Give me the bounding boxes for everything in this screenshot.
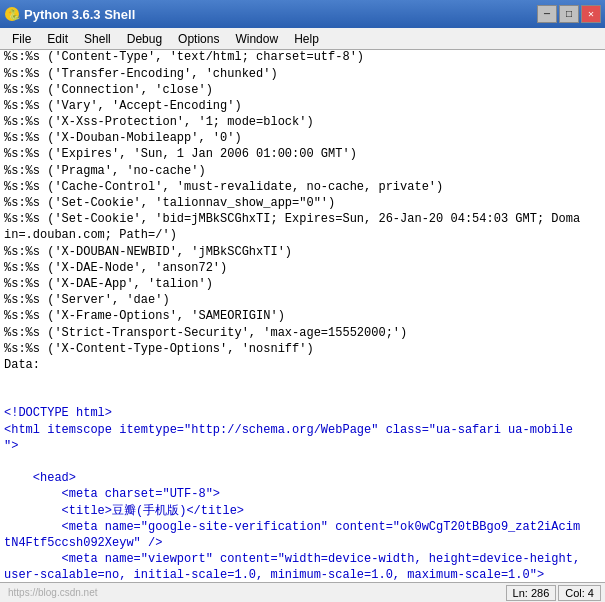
shell-line: ">: [4, 439, 18, 453]
shell-line: %s:%s ('Set-Cookie', 'talionnav_show_app…: [4, 196, 335, 210]
line-number: Ln: 286: [506, 585, 557, 601]
menu-item-help[interactable]: Help: [286, 28, 327, 49]
status-bar: https://blog.csdn.net Ln: 286 Col: 4: [0, 582, 605, 602]
close-button[interactable]: ✕: [581, 5, 601, 23]
title-bar: 🐍 Python 3.6.3 Shell ─ □ ✕: [0, 0, 605, 28]
menu-item-window[interactable]: Window: [227, 28, 286, 49]
content-area: Python 3.6.3 |Anaconda, Inc.| (default, …: [0, 50, 605, 582]
menu-item-debug[interactable]: Debug: [119, 28, 170, 49]
svg-text:🐍: 🐍: [8, 8, 20, 21]
shell-line: Data:: [4, 358, 40, 372]
shell-line: %s:%s ('Transfer-Encoding', 'chunked'): [4, 67, 278, 81]
shell-line: %s:%s ('Expires', 'Sun, 1 Jan 2006 01:00…: [4, 147, 357, 161]
shell-line: <meta name="google-site-verification" co…: [4, 520, 580, 534]
maximize-button[interactable]: □: [559, 5, 579, 23]
app-icon: 🐍: [4, 6, 20, 22]
shell-line: <html itemscope itemtype="http://schema.…: [4, 423, 573, 437]
shell-line: <head>: [4, 471, 76, 485]
window-title: Python 3.6.3 Shell: [24, 7, 535, 22]
shell-line: %s:%s ('Cache-Control', 'must-revalidate…: [4, 180, 443, 194]
shell-line: %s:%s ('Set-Cookie', 'bid=jMBkSCGhxTI; E…: [4, 212, 580, 226]
menu-item-shell[interactable]: Shell: [76, 28, 119, 49]
shell-line: user-scalable=no, initial-scale=1.0, min…: [4, 568, 544, 582]
shell-line: %s:%s ('X-DAE-Node', 'anson72'): [4, 261, 227, 275]
shell-line: %s:%s ('X-DOUBAN-NEWBID', 'jMBkSCGhxTI'): [4, 245, 292, 259]
menu-item-options[interactable]: Options: [170, 28, 227, 49]
shell-line: %s:%s ('X-Douban-Mobileapp', '0'): [4, 131, 242, 145]
shell-line: <meta charset="UTF-8">: [4, 487, 220, 501]
menu-item-file[interactable]: File: [4, 28, 39, 49]
shell-output[interactable]: Python 3.6.3 |Anaconda, Inc.| (default, …: [0, 50, 605, 582]
shell-line: %s:%s ('Content-Type', 'text/html; chars…: [4, 50, 364, 64]
menu-item-edit[interactable]: Edit: [39, 28, 76, 49]
shell-line: %s:%s ('Strict-Transport-Security', 'max…: [4, 326, 407, 340]
shell-line: <title>豆瓣(手机版)</title>: [4, 504, 244, 518]
shell-line: %s:%s ('X-Content-Type-Options', 'nosnif…: [4, 342, 314, 356]
shell-line: <meta name="viewport" content="width=dev…: [4, 552, 580, 566]
shell-line: %s:%s ('X-DAE-App', 'talion'): [4, 277, 213, 291]
shell-line: %s:%s ('Connection', 'close'): [4, 83, 213, 97]
shell-line: %s:%s ('Server', 'dae'): [4, 293, 170, 307]
shell-line: %s:%s ('Vary', 'Accept-Encoding'): [4, 99, 242, 113]
shell-line: in=.douban.com; Path=/'): [4, 228, 177, 242]
shell-line: <!DOCTYPE html>: [4, 406, 112, 420]
shell-line: %s:%s ('X-Frame-Options', 'SAMEORIGIN'): [4, 309, 285, 323]
shell-line: tN4Ftf5ccsh092Xeyw" />: [4, 536, 162, 550]
shell-line: %s:%s ('Pragma', 'no-cache'): [4, 164, 206, 178]
menu-bar: FileEditShellDebugOptionsWindowHelp: [0, 28, 605, 50]
col-number: Col: 4: [558, 585, 601, 601]
minimize-button[interactable]: ─: [537, 5, 557, 23]
watermark: https://blog.csdn.net: [8, 587, 98, 598]
shell-line: %s:%s ('X-Xss-Protection', '1; mode=bloc…: [4, 115, 314, 129]
